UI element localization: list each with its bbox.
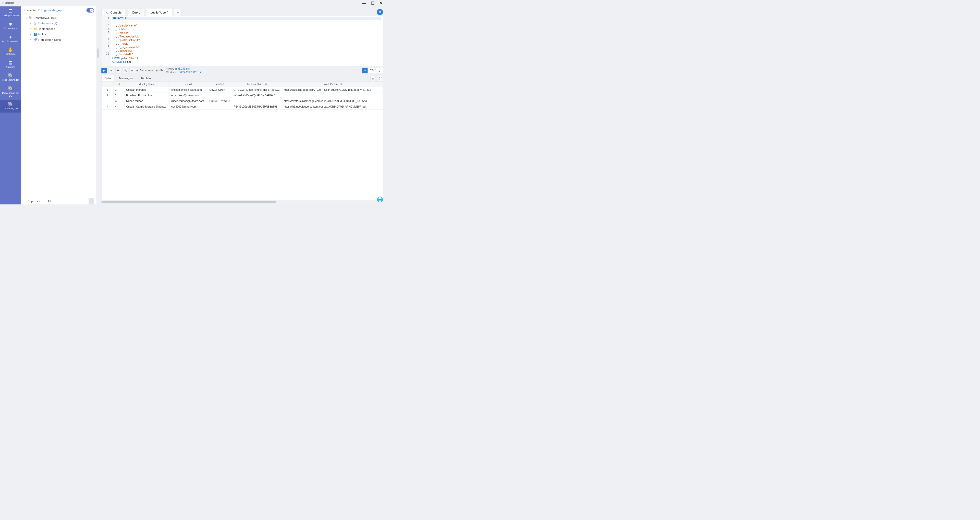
table-row[interactable]: 22Edmilson Rocha Limaed.robson@x-team.co… — [102, 93, 383, 98]
column-header[interactable]: profilePictureUrl — [282, 82, 383, 87]
table-cell[interactable]: 3 — [114, 98, 124, 104]
gear-icon: ⚙ — [379, 10, 381, 14]
selected-db-name[interactable]: gameshq_api — [44, 9, 62, 12]
sidebar-item-welcome[interactable]: ✋Welcome — [0, 45, 21, 58]
table-row[interactable]: 33Ruben Muñozruben.munoz@x-team.comU01ND… — [102, 98, 383, 104]
table-row[interactable]: 44Cristian Camilo Morales Jiménezccmj202… — [102, 104, 383, 109]
settings-button[interactable]: ⚙ — [377, 9, 383, 15]
table-cell[interactable]: ruben.munoz@x-team.com — [170, 98, 208, 104]
tree-node[interactable]: ›🗄Databases (2) — [23, 21, 95, 26]
tree-node-icon: 🔗 — [33, 38, 37, 41]
postgres-icon: 🐘 — [29, 16, 32, 20]
indent-button[interactable]: ≡ — [108, 68, 114, 73]
autocommit-label[interactable]: Autocommit — [140, 69, 154, 72]
sql-editor[interactable]: 123456789101112 SELECT t.id , t."display… — [101, 16, 383, 66]
sidebar-item-gameshq-api[interactable]: 🐘GamesHQ API — [0, 100, 21, 113]
tree-node-icon: 👥 — [33, 32, 37, 36]
table-cell[interactable]: 4 — [114, 104, 124, 109]
column-header[interactable]: slackId — [208, 82, 232, 87]
idle-indicator-icon — [156, 70, 158, 71]
sidebar-item-ig-message-bot-db[interactable]: 🐘IG Message bot DB — [0, 84, 21, 100]
table-cell[interactable]: https://avatars.slack-edge.com/2022-01-1… — [282, 98, 383, 104]
tab-query[interactable]: Query — [128, 9, 144, 16]
table-row[interactable]: 11Cristian Moralescristian.cmj@x-team.co… — [102, 87, 383, 93]
table-cell[interactable]: 1 — [102, 87, 114, 93]
window-maximize-button[interactable]: ☐ — [371, 1, 375, 5]
table-cell[interactable]: https://ca.slack-edge.com/T0257R0RP-UBZ9… — [282, 87, 383, 93]
sidebar-item-add-connection[interactable]: ＋Add Connection — [0, 32, 21, 45]
zoom-button[interactable]: ⊖ — [129, 68, 135, 73]
scrollbar-thumb[interactable] — [102, 201, 276, 203]
table-cell[interactable] — [208, 93, 232, 98]
vertical-splitter[interactable] — [97, 6, 99, 205]
table-cell[interactable]: Edmilson Rocha Lima — [124, 93, 170, 98]
sidebar-item-collapse-menu[interactable]: ☰Collapse menu — [0, 6, 21, 19]
table-cell[interactable]: Cristian Morales — [124, 87, 170, 93]
window-close-button[interactable]: ✕ — [380, 1, 383, 5]
fullscreen-button[interactable]: ⛶ — [378, 76, 383, 81]
autocommit-indicator-icon — [137, 70, 138, 71]
export-format-label: CSV — [370, 69, 375, 72]
results-grid[interactable]: iddisplayNameemailslackIdfirebaseUserUid… — [101, 81, 383, 203]
column-header[interactable]: id — [114, 82, 124, 87]
column-header[interactable]: firebaseUserUid — [232, 82, 282, 87]
table-cell[interactable]: 3 — [102, 98, 114, 104]
properties-tab[interactable]: Properties — [24, 198, 43, 205]
table-cell[interactable]: GHC0XVHUT8ZTImgcTIdqFqH2o1O2 — [232, 87, 282, 93]
table-cell[interactable] — [208, 104, 232, 109]
horizontal-scrollbar[interactable] — [102, 200, 383, 203]
tree-toggle[interactable]: A↓ — [86, 8, 94, 13]
column-header[interactable]: email — [170, 82, 208, 87]
table-cell[interactable]: Ruben Muñoz — [124, 98, 170, 104]
table-cell[interactable]: R64h9L20uufSS0ZJHKjSPRB3nT93 — [232, 104, 282, 109]
sidebar-item-xhq-local-db[interactable]: 🐘XHQ LOCAL DB — [0, 71, 21, 84]
elapsed-time: 33.249 ms — [177, 67, 189, 70]
window-minimize-button[interactable]: — — [362, 1, 366, 5]
chevron-right-icon: › — [30, 38, 32, 41]
export-format-select[interactable]: CSV ⌄ — [368, 68, 383, 73]
column-header[interactable] — [102, 82, 114, 87]
export-button[interactable]: 🗎 CSV ⌄ — [362, 68, 383, 73]
find-button[interactable]: 🔍 — [123, 68, 128, 73]
start-time: 06/22/2022 12:10:41 — [179, 71, 203, 74]
code-area[interactable]: SELECT t.id , t."displayName" , t.email … — [111, 16, 383, 66]
table-cell[interactable]: cristian.cmj@x-team.com — [170, 87, 208, 93]
table-cell[interactable]: 1 — [114, 87, 124, 93]
tree-node-icon: 📁 — [33, 27, 37, 30]
table-cell[interactable] — [282, 93, 383, 98]
table-cell[interactable] — [232, 98, 282, 104]
grid-body: 11Cristian Moralescristian.cmj@x-team.co… — [102, 87, 383, 200]
run-button[interactable]: ▶ — [101, 68, 107, 73]
result-tab-explain[interactable]: Explain — [138, 75, 154, 81]
column-header[interactable]: displayName — [124, 82, 170, 87]
schema-tree-panel: ≡ selected DB: gameshq_api A↓ ⌄ 🐘 Postgr… — [21, 6, 97, 205]
tab-active-query[interactable]: public."User" — [146, 9, 172, 16]
table-cell[interactable]: 4 — [102, 104, 114, 109]
table-cell[interactable]: sKrtnklrXhQceWQbtRhYy0rHM6o2 — [232, 93, 282, 98]
panel-resize-button[interactable]: ↕ — [89, 198, 94, 205]
tree-node[interactable]: ›🔗Replication Slots — [23, 37, 95, 43]
table-cell[interactable]: U01ND1PKWLQ — [208, 98, 232, 104]
tab-console[interactable]: >_ Console — [101, 9, 126, 16]
table-cell[interactable]: https://lh3.googleusercontent.com/a-/AOh… — [282, 104, 383, 109]
sidebar-item-connections[interactable]: ⊕Connections — [0, 19, 21, 32]
result-tab-data[interactable]: Data — [101, 75, 114, 81]
export-icon: 🗎 — [362, 68, 368, 73]
table-cell[interactable]: Cristian Camilo Morales Jiménez — [124, 104, 170, 109]
tree-node[interactable]: ›👥Roles — [23, 31, 95, 37]
sidebar-icon: 🐘 — [8, 102, 14, 106]
table-cell[interactable]: ccmj202@gmail.com — [170, 104, 208, 109]
result-tab-messages[interactable]: Messages — [116, 75, 136, 81]
tab-add-button[interactable]: + — [174, 9, 182, 16]
network-status-icon: 🌐 — [377, 196, 383, 202]
table-cell[interactable]: UBZ9PC0SK — [208, 87, 232, 93]
list-button[interactable]: ☰ — [115, 68, 121, 73]
tree-node[interactable]: ›📁Tablespaces — [23, 26, 95, 32]
sidebar-item-snippets[interactable]: ▤Snippets — [0, 58, 21, 71]
table-cell[interactable]: 2 — [114, 93, 124, 98]
grid-view-button[interactable]: ⊞ — [371, 76, 375, 81]
table-cell[interactable]: 2 — [102, 93, 114, 98]
ddl-tab[interactable]: DDL — [45, 198, 57, 205]
table-cell[interactable]: ed.robson@x-team.com — [170, 93, 208, 98]
tree-server-node[interactable]: ⌄ 🐘 PostgreSQL 10.12 — [23, 15, 95, 21]
